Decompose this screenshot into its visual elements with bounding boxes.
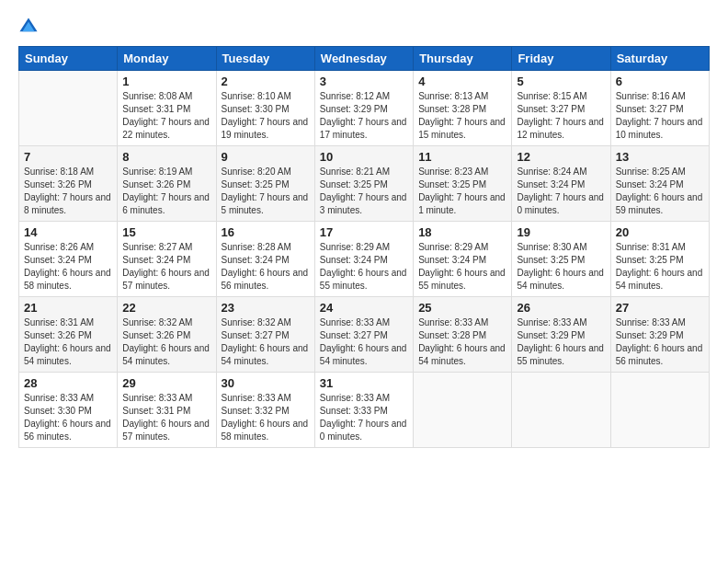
calendar-week-row: 28Sunrise: 8:33 AMSunset: 3:30 PMDayligh… [19, 373, 710, 448]
calendar-cell: 9Sunrise: 8:20 AMSunset: 3:25 PMDaylight… [216, 146, 314, 222]
calendar-cell: 27Sunrise: 8:33 AMSunset: 3:29 PMDayligh… [610, 297, 709, 373]
calendar-cell: 7Sunrise: 8:18 AMSunset: 3:26 PMDaylight… [19, 146, 118, 222]
day-info: Sunrise: 8:32 AMSunset: 3:27 PMDaylight:… [222, 316, 310, 368]
day-number: 7 [24, 150, 112, 164]
day-number: 22 [122, 301, 210, 315]
day-number: 18 [418, 225, 506, 239]
weekday-header-thursday: Thursday [414, 47, 512, 71]
day-info: Sunrise: 8:20 AMSunset: 3:25 PMDaylight:… [222, 166, 310, 217]
day-number: 13 [616, 150, 704, 164]
calendar-cell: 21Sunrise: 8:31 AMSunset: 3:26 PMDayligh… [19, 297, 118, 373]
day-info: Sunrise: 8:29 AMSunset: 3:24 PMDaylight:… [418, 241, 506, 293]
calendar-cell: 14Sunrise: 8:26 AMSunset: 3:24 PMDayligh… [19, 222, 118, 297]
weekday-header-wednesday: Wednesday [314, 47, 413, 71]
day-number: 5 [517, 75, 605, 88]
day-info: Sunrise: 8:31 AMSunset: 3:25 PMDaylight:… [616, 241, 704, 293]
calendar-cell: 29Sunrise: 8:33 AMSunset: 3:31 PMDayligh… [118, 373, 216, 448]
day-number: 31 [320, 376, 408, 390]
day-info: Sunrise: 8:27 AMSunset: 3:24 PMDaylight:… [122, 241, 210, 293]
calendar-cell: 12Sunrise: 8:24 AMSunset: 3:24 PMDayligh… [512, 146, 610, 222]
weekday-header-sunday: Sunday [19, 47, 118, 71]
calendar-cell: 3Sunrise: 8:12 AMSunset: 3:29 PMDaylight… [314, 71, 413, 146]
day-number: 26 [517, 301, 605, 315]
weekday-header-monday: Monday [118, 47, 216, 71]
calendar-cell: 30Sunrise: 8:33 AMSunset: 3:32 PMDayligh… [216, 373, 314, 448]
day-number: 23 [222, 301, 310, 315]
calendar-cell: 11Sunrise: 8:23 AMSunset: 3:25 PMDayligh… [414, 146, 512, 222]
calendar-body: 1Sunrise: 8:08 AMSunset: 3:31 PMDaylight… [19, 71, 710, 448]
calendar-cell: 10Sunrise: 8:21 AMSunset: 3:25 PMDayligh… [314, 146, 413, 222]
day-number: 6 [616, 75, 704, 88]
calendar-cell: 20Sunrise: 8:31 AMSunset: 3:25 PMDayligh… [610, 222, 709, 297]
day-info: Sunrise: 8:33 AMSunset: 3:30 PMDaylight:… [24, 392, 112, 443]
calendar-cell: 15Sunrise: 8:27 AMSunset: 3:24 PMDayligh… [118, 222, 216, 297]
calendar-cell: 26Sunrise: 8:33 AMSunset: 3:29 PMDayligh… [512, 297, 610, 373]
calendar-cell: 25Sunrise: 8:33 AMSunset: 3:28 PMDayligh… [414, 297, 512, 373]
day-number: 1 [122, 75, 210, 88]
calendar-cell: 16Sunrise: 8:28 AMSunset: 3:24 PMDayligh… [216, 222, 314, 297]
day-info: Sunrise: 8:10 AMSunset: 3:30 PMDaylight:… [222, 90, 310, 142]
day-info: Sunrise: 8:13 AMSunset: 3:28 PMDaylight:… [418, 90, 506, 142]
weekday-header-saturday: Saturday [610, 47, 709, 71]
calendar-cell: 4Sunrise: 8:13 AMSunset: 3:28 PMDaylight… [414, 71, 512, 146]
day-info: Sunrise: 8:26 AMSunset: 3:24 PMDaylight:… [24, 241, 112, 293]
calendar-cell [19, 71, 118, 146]
day-info: Sunrise: 8:23 AMSunset: 3:25 PMDaylight:… [418, 166, 506, 217]
day-number: 15 [122, 225, 210, 239]
calendar-cell: 5Sunrise: 8:15 AMSunset: 3:27 PMDaylight… [512, 71, 610, 146]
calendar-cell [414, 373, 512, 448]
header [18, 17, 710, 37]
calendar-cell: 17Sunrise: 8:29 AMSunset: 3:24 PMDayligh… [314, 222, 413, 297]
day-number: 24 [320, 301, 408, 315]
day-number: 10 [320, 150, 408, 164]
day-info: Sunrise: 8:16 AMSunset: 3:27 PMDaylight:… [616, 90, 704, 142]
day-info: Sunrise: 8:12 AMSunset: 3:29 PMDaylight:… [320, 90, 408, 142]
calendar-week-row: 7Sunrise: 8:18 AMSunset: 3:26 PMDaylight… [19, 146, 710, 222]
calendar-cell: 31Sunrise: 8:33 AMSunset: 3:33 PMDayligh… [314, 373, 413, 448]
weekday-header-tuesday: Tuesday [216, 47, 314, 71]
day-info: Sunrise: 8:15 AMSunset: 3:27 PMDaylight:… [517, 90, 605, 142]
day-number: 14 [24, 225, 112, 239]
calendar-cell: 8Sunrise: 8:19 AMSunset: 3:26 PMDaylight… [118, 146, 216, 222]
calendar-cell: 23Sunrise: 8:32 AMSunset: 3:27 PMDayligh… [216, 297, 314, 373]
calendar-header: SundayMondayTuesdayWednesdayThursdayFrid… [19, 47, 710, 71]
calendar-cell: 2Sunrise: 8:10 AMSunset: 3:30 PMDaylight… [216, 71, 314, 146]
calendar-cell: 22Sunrise: 8:32 AMSunset: 3:26 PMDayligh… [118, 297, 216, 373]
calendar-cell: 1Sunrise: 8:08 AMSunset: 3:31 PMDaylight… [118, 71, 216, 146]
day-number: 3 [320, 75, 408, 88]
logo [18, 17, 42, 37]
calendar-cell: 28Sunrise: 8:33 AMSunset: 3:30 PMDayligh… [19, 373, 118, 448]
calendar-cell: 13Sunrise: 8:25 AMSunset: 3:24 PMDayligh… [610, 146, 709, 222]
calendar-week-row: 14Sunrise: 8:26 AMSunset: 3:24 PMDayligh… [19, 222, 710, 297]
day-info: Sunrise: 8:29 AMSunset: 3:24 PMDaylight:… [320, 241, 408, 293]
day-number: 20 [616, 225, 704, 239]
calendar-cell [610, 373, 709, 448]
day-info: Sunrise: 8:33 AMSunset: 3:32 PMDaylight:… [222, 392, 310, 443]
day-number: 8 [122, 150, 210, 164]
day-number: 27 [616, 301, 704, 315]
day-number: 29 [122, 376, 210, 390]
calendar-week-row: 21Sunrise: 8:31 AMSunset: 3:26 PMDayligh… [19, 297, 710, 373]
day-number: 17 [320, 225, 408, 239]
day-number: 25 [418, 301, 506, 315]
day-info: Sunrise: 8:19 AMSunset: 3:26 PMDaylight:… [122, 166, 210, 217]
day-info: Sunrise: 8:08 AMSunset: 3:31 PMDaylight:… [122, 90, 210, 142]
day-info: Sunrise: 8:33 AMSunset: 3:31 PMDaylight:… [122, 392, 210, 443]
day-info: Sunrise: 8:24 AMSunset: 3:24 PMDaylight:… [517, 166, 605, 217]
calendar-table: SundayMondayTuesdayWednesdayThursdayFrid… [18, 46, 710, 448]
day-number: 9 [222, 150, 310, 164]
page: SundayMondayTuesdayWednesdayThursdayFrid… [0, 0, 728, 563]
day-info: Sunrise: 8:31 AMSunset: 3:26 PMDaylight:… [24, 316, 112, 368]
day-info: Sunrise: 8:25 AMSunset: 3:24 PMDaylight:… [616, 166, 704, 217]
day-info: Sunrise: 8:33 AMSunset: 3:28 PMDaylight:… [418, 316, 506, 368]
day-info: Sunrise: 8:18 AMSunset: 3:26 PMDaylight:… [24, 166, 112, 217]
day-number: 21 [24, 301, 112, 315]
logo-icon [18, 17, 39, 37]
weekday-header-row: SundayMondayTuesdayWednesdayThursdayFrid… [19, 47, 710, 71]
day-number: 12 [517, 150, 605, 164]
day-info: Sunrise: 8:33 AMSunset: 3:29 PMDaylight:… [616, 316, 704, 368]
day-number: 30 [222, 376, 310, 390]
day-number: 4 [418, 75, 506, 88]
day-info: Sunrise: 8:28 AMSunset: 3:24 PMDaylight:… [222, 241, 310, 293]
day-info: Sunrise: 8:33 AMSunset: 3:29 PMDaylight:… [517, 316, 605, 368]
